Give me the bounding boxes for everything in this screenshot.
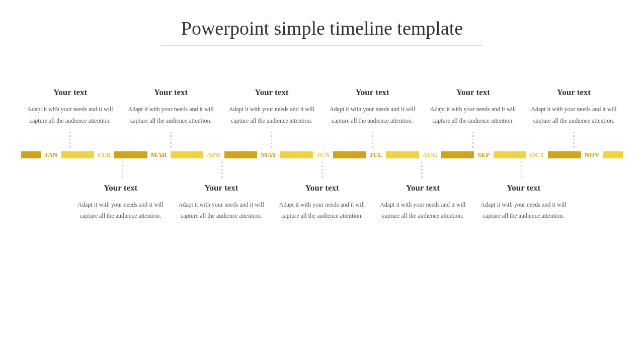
timeline-segment bbox=[21, 151, 41, 158]
timeline-segment bbox=[603, 151, 623, 158]
card-body: Adapt it with your needs and it will cap… bbox=[474, 199, 573, 222]
connector-dots bbox=[521, 162, 522, 178]
card-bottom-0: Your text Adapt it with your needs and i… bbox=[71, 183, 170, 222]
connector-dots bbox=[69, 132, 71, 148]
timeline-segment bbox=[280, 151, 312, 158]
timeline-bar: JAN FEB MAR APR MAY JUN JUL AUG SEP OCT … bbox=[21, 150, 623, 160]
month-label-nov: NOV bbox=[581, 151, 603, 159]
card-heading: Your text bbox=[21, 87, 119, 98]
timeline-segment bbox=[171, 151, 203, 158]
month-label-feb: FEB bbox=[94, 151, 114, 159]
card-heading: Your text bbox=[324, 87, 422, 98]
card-body: Adapt it with your needs and it will cap… bbox=[374, 199, 472, 222]
connectors-top bbox=[21, 132, 623, 148]
bottom-row: Your text Adapt it with your needs and i… bbox=[21, 183, 623, 222]
card-body: Adapt it with your needs and it will cap… bbox=[172, 199, 270, 222]
connector-dots bbox=[421, 162, 423, 178]
card-heading: Your text bbox=[474, 183, 573, 193]
month-label-aug: AUG bbox=[419, 151, 441, 159]
month-label-apr: APR bbox=[203, 151, 224, 159]
connector-dots bbox=[372, 132, 373, 148]
card-top-5: Your text Adapt it with your needs and i… bbox=[525, 87, 623, 127]
card-top-0: Your text Adapt it with your needs and i… bbox=[21, 87, 119, 127]
timeline-segment bbox=[61, 151, 94, 158]
card-top-4: Your text Adapt it with your needs and i… bbox=[424, 87, 522, 127]
card-top-2: Your text Adapt it with your needs and i… bbox=[222, 87, 320, 127]
slide-content: Your text Adapt it with your needs and i… bbox=[10, 87, 634, 222]
timeline-segment bbox=[548, 151, 581, 158]
connector-dots bbox=[573, 132, 575, 148]
connector-dots bbox=[321, 162, 323, 178]
timeline-segment bbox=[224, 151, 257, 158]
timeline-segment bbox=[441, 151, 474, 158]
timeline-segment bbox=[333, 151, 366, 158]
card-body: Adapt it with your needs and it will cap… bbox=[525, 104, 623, 127]
card-top-1: Your text Adapt it with your needs and i… bbox=[122, 87, 220, 127]
month-label-oct: OCT bbox=[526, 151, 548, 159]
connector-dots bbox=[472, 132, 474, 148]
connectors-bottom bbox=[21, 162, 623, 178]
card-bottom-2: Your text Adapt it with your needs and i… bbox=[273, 183, 371, 222]
card-body: Adapt it with your needs and it will cap… bbox=[424, 104, 522, 127]
month-label-may: MAY bbox=[257, 151, 280, 159]
card-bottom-4: Your text Adapt it with your needs and i… bbox=[474, 183, 573, 222]
month-label-jan: JAN bbox=[41, 151, 61, 159]
connector-dots bbox=[221, 162, 223, 178]
card-heading: Your text bbox=[222, 87, 320, 98]
card-body: Adapt it with your needs and it will cap… bbox=[71, 199, 170, 222]
card-heading: Your text bbox=[122, 87, 220, 98]
card-body: Adapt it with your needs and it will cap… bbox=[122, 104, 220, 127]
card-bottom-3: Your text Adapt it with your needs and i… bbox=[374, 183, 472, 222]
card-heading: Your text bbox=[525, 87, 623, 98]
month-label-mar: MAR bbox=[147, 151, 171, 159]
timeline-segment bbox=[386, 151, 419, 158]
month-label-sep: SEP bbox=[474, 151, 494, 159]
slide: Powerpoint simple timeline template Your… bbox=[0, 0, 644, 362]
card-heading: Your text bbox=[424, 87, 522, 98]
connector-dots bbox=[122, 162, 123, 178]
timeline-segment bbox=[494, 151, 526, 158]
card-heading: Your text bbox=[273, 183, 371, 193]
card-body: Adapt it with your needs and it will cap… bbox=[222, 104, 320, 127]
timeline-segment bbox=[114, 151, 147, 158]
card-bottom-1: Your text Adapt it with your needs and i… bbox=[172, 183, 270, 222]
slide-title: Powerpoint simple timeline template bbox=[10, 17, 634, 39]
card-heading: Your text bbox=[374, 183, 472, 193]
month-label-jul: JUL bbox=[366, 151, 386, 159]
card-body: Adapt it with your needs and it will cap… bbox=[273, 199, 371, 222]
month-label-jun: JUN bbox=[313, 151, 333, 159]
card-heading: Your text bbox=[172, 183, 270, 193]
card-top-3: Your text Adapt it with your needs and i… bbox=[324, 87, 422, 127]
card-body: Adapt it with your needs and it will cap… bbox=[324, 104, 422, 127]
title-underline bbox=[161, 45, 483, 47]
connector-dots bbox=[170, 132, 172, 148]
card-body: Adapt it with your needs and it will cap… bbox=[21, 104, 119, 127]
top-row: Your text Adapt it with your needs and i… bbox=[21, 87, 623, 127]
connector-dots bbox=[271, 132, 272, 148]
card-heading: Your text bbox=[71, 183, 170, 193]
